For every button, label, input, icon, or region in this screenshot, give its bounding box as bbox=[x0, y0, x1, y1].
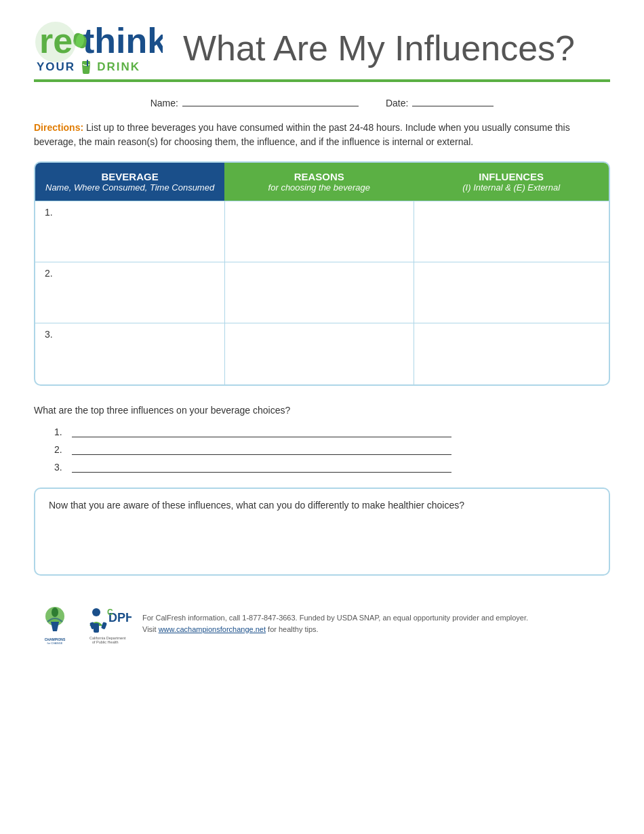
row3-beverage[interactable]: 3. bbox=[35, 323, 224, 384]
list-item: 1. bbox=[54, 425, 610, 437]
date-label: Date: bbox=[386, 98, 408, 108]
influence-input-3[interactable] bbox=[72, 460, 451, 473]
logo-area: re think YOUR DRINK bbox=[34, 20, 169, 75]
footer-link-suffix: for healthy tips. bbox=[266, 625, 319, 633]
name-input[interactable] bbox=[182, 94, 359, 106]
footer-logos: CHAMPIONS for CHANGE DPH C California De… bbox=[34, 603, 132, 645]
champions-logo: CHAMPIONS for CHANGE bbox=[34, 603, 76, 645]
influence-list: 1. 2. 3. bbox=[54, 425, 610, 473]
footer-main-text: For CalFresh information, call 1-877-847… bbox=[142, 614, 528, 622]
table-row: 2. bbox=[35, 262, 609, 323]
rethink-logo-svg: re think bbox=[34, 20, 163, 64]
svg-rect-6 bbox=[87, 60, 88, 66]
healthier-box[interactable]: Now that you are aware of these influenc… bbox=[34, 488, 610, 576]
header-divider bbox=[34, 79, 610, 82]
svg-text:of Public Health: of Public Health bbox=[92, 640, 119, 644]
directions: Directions: List up to three beverages y… bbox=[34, 121, 610, 149]
col-header-influences: INFLUENCES (I) Internal & (E) External bbox=[414, 163, 609, 201]
footer-link[interactable]: www.cachampionsforchange.net bbox=[159, 625, 266, 633]
svg-text:re: re bbox=[39, 21, 73, 60]
list-num-3: 3. bbox=[54, 462, 66, 473]
col-reasons-title: REASONS bbox=[234, 171, 404, 182]
footer-text: For CalFresh information, call 1-877-847… bbox=[142, 612, 528, 635]
col-header-beverage: BEVERAGE Name, Where Consumed, Time Cons… bbox=[35, 163, 224, 201]
healthier-section: Now that you are aware of these influenc… bbox=[34, 488, 610, 576]
logo-drink: DRINK bbox=[97, 60, 140, 74]
row3-influences[interactable] bbox=[414, 323, 609, 384]
row1-influences[interactable] bbox=[414, 201, 609, 262]
col-header-reasons: REASONS for choosing the beverage bbox=[224, 163, 414, 201]
bottom-question1: What are the top three influences on you… bbox=[34, 405, 610, 416]
row2-reasons[interactable] bbox=[224, 262, 414, 323]
svg-text:C: C bbox=[107, 608, 113, 617]
row2-beverage[interactable]: 2. bbox=[35, 262, 224, 323]
svg-point-8 bbox=[52, 608, 58, 617]
table-row: 1. bbox=[35, 201, 609, 262]
list-num-2: 2. bbox=[54, 444, 66, 455]
name-date-row: Name: Date: bbox=[34, 94, 610, 108]
col-influences-sub: (I) Internal & (E) External bbox=[423, 182, 599, 193]
row2-influences[interactable] bbox=[414, 262, 609, 323]
main-table: BEVERAGE Name, Where Consumed, Time Cons… bbox=[35, 163, 609, 384]
row1-beverage[interactable]: 1. bbox=[35, 201, 224, 262]
main-table-wrapper: BEVERAGE Name, Where Consumed, Time Cons… bbox=[34, 161, 610, 386]
date-input[interactable] bbox=[412, 94, 494, 106]
footer-visit: Visit bbox=[142, 625, 159, 633]
influence-input-1[interactable] bbox=[72, 425, 451, 437]
cup-icon bbox=[78, 59, 94, 75]
row1-reasons[interactable] bbox=[224, 201, 414, 262]
cdph-logo: DPH C California Department of Public He… bbox=[83, 603, 132, 645]
col-influences-title: INFLUENCES bbox=[423, 171, 599, 182]
list-item: 3. bbox=[54, 460, 610, 473]
logo-your: YOUR bbox=[37, 60, 75, 74]
svg-rect-14 bbox=[101, 621, 107, 629]
col-beverage-sub: Name, Where Consumed, Time Consumed bbox=[45, 182, 215, 193]
svg-text:think: think bbox=[83, 21, 163, 60]
directions-text: List up to three beverages you have cons… bbox=[34, 122, 570, 147]
svg-text:for CHANGE: for CHANGE bbox=[47, 641, 63, 645]
page-title: What Are My Influences? bbox=[183, 28, 575, 68]
col-beverage-title: BEVERAGE bbox=[45, 171, 215, 182]
name-label: Name: bbox=[150, 98, 178, 108]
directions-bold: Directions: bbox=[34, 122, 83, 133]
list-item: 2. bbox=[54, 443, 610, 455]
name-field: Name: bbox=[150, 94, 359, 108]
col-reasons-sub: for choosing the beverage bbox=[234, 182, 404, 193]
svg-point-11 bbox=[92, 608, 100, 616]
page-header: re think YOUR DRINK bbox=[34, 20, 610, 75]
row3-reasons[interactable] bbox=[224, 323, 414, 384]
date-field: Date: bbox=[386, 94, 494, 108]
footer: CHAMPIONS for CHANGE DPH C California De… bbox=[34, 596, 610, 645]
list-num-1: 1. bbox=[54, 426, 66, 437]
table-row: 3. bbox=[35, 323, 609, 384]
influence-input-2[interactable] bbox=[72, 443, 451, 455]
